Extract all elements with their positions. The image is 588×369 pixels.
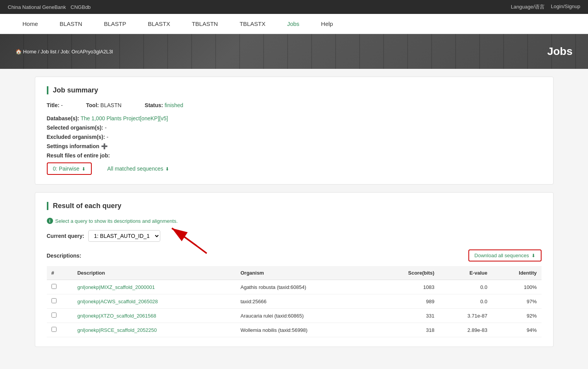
cell-organism: Araucaria rulei (taxid:60865) (236, 309, 374, 323)
cell-organism: Wollemia nobilis (taxid:56998) (236, 323, 374, 337)
query-results-card: Result of each query i Select a query to… (35, 192, 554, 347)
cell-evalue: 0.0 (439, 294, 492, 309)
table-row: gnl|onekp|MIXZ_scaffold_2000001 Agathis … (47, 280, 542, 294)
table-row: gnl|onekp|ACWS_scaffold_2065028 taxid:25… (47, 294, 542, 309)
nav-help[interactable]: Help (310, 14, 344, 34)
nav-blastx[interactable]: BLASTX (137, 14, 181, 34)
result-files-label: Result files of entire job: (47, 152, 542, 159)
all-matched-download-icon (165, 166, 169, 172)
col-description: Description (73, 266, 236, 280)
site-name: China National GeneBank (8, 4, 66, 10)
cell-score: 318 (374, 323, 439, 337)
query-row: Current query: 1: BLAST_AUTO_ID_1 (47, 230, 542, 242)
breadcrumb: 🏠 Home / Job list / Job: OrcAPryo3glA2L3… (15, 49, 113, 55)
job-summary-title: Job summary (47, 86, 542, 94)
cell-evalue: 0.0 (439, 280, 492, 294)
cell-description: gnl|onekp|ACWS_scaffold_2065028 (73, 294, 236, 309)
nav-jobs[interactable]: Jobs (276, 14, 310, 34)
description-link-2[interactable]: gnl|onekp|XTZO_scaffold_2061568 (77, 313, 156, 319)
row-checkbox-2[interactable] (51, 313, 57, 318)
cell-description: gnl|onekp|RSCE_scaffold_2052250 (73, 323, 236, 337)
settings-expand-icon[interactable]: ➕ (101, 143, 108, 149)
cell-checkbox (47, 294, 73, 309)
nav-tblastx[interactable]: TBLASTX (229, 14, 276, 34)
cell-checkbox (47, 280, 73, 294)
job-databases-field: Database(s): The 1,000 Plants Project[on… (47, 115, 542, 121)
cell-evalue: 3.71e-87 (439, 309, 492, 323)
info-icon: i (47, 218, 53, 224)
row-checkbox-3[interactable] (51, 327, 57, 332)
result-files-row: 0: Pairwise All matched sequences (47, 162, 542, 175)
job-settings-field: Settings information ➕ (47, 143, 542, 149)
main-content: Job summary Title: - Tool: BLASTN Status… (23, 69, 565, 362)
hero-banner: 🏠 Home / Job list / Job: OrcAPryo3glA2L3… (0, 34, 588, 69)
description-link-1[interactable]: gnl|onekp|ACWS_scaffold_2065028 (77, 299, 158, 304)
cell-score: 989 (374, 294, 439, 309)
navbar: Home BLASTN BLASTP BLASTX TBLASTN TBLAST… (0, 14, 588, 34)
job-excluded-organisms-field: Excluded organism(s): - (47, 134, 542, 140)
desc-header-row: Descriptions: Download all sequences (47, 249, 542, 261)
job-summary-card: Job summary Title: - Tool: BLASTN Status… (35, 77, 554, 184)
topbar: China National GeneBank CNGBdb Language/… (0, 0, 588, 14)
cell-score: 331 (374, 309, 439, 323)
job-tool-field: Tool: BLASTN (86, 102, 122, 108)
table-row: gnl|onekp|XTZO_scaffold_2061568 Araucari… (47, 309, 542, 323)
download-all-icon (531, 253, 535, 258)
nav-tblastn[interactable]: TBLASTN (181, 14, 229, 34)
current-query-select[interactable]: 1: BLAST_AUTO_ID_1 (88, 230, 160, 242)
cell-organism: Agathis robusta (taxid:60854) (236, 280, 374, 294)
col-identity: Identity (492, 266, 542, 280)
cell-checkbox (47, 309, 73, 323)
job-title-field: Title: - (47, 102, 63, 108)
row-checkbox-1[interactable] (51, 298, 57, 303)
description-link-0[interactable]: gnl|onekp|MIXZ_scaffold_2000001 (77, 284, 155, 290)
col-evalue: E-value (439, 266, 492, 280)
info-row: i Select a query to show its description… (47, 218, 542, 224)
cell-description: gnl|onekp|XTZO_scaffold_2061568 (73, 309, 236, 323)
nav-blastn[interactable]: BLASTN (49, 14, 93, 34)
cell-identity: 97% (492, 294, 542, 309)
login-link[interactable]: Login/Signup (551, 3, 580, 10)
table-row: gnl|onekp|RSCE_scaffold_2052250 Wollemia… (47, 323, 542, 337)
job-selected-organisms-field: Selected organism(s): - (47, 125, 542, 131)
pairwise-button[interactable]: 0: Pairwise (47, 162, 92, 175)
col-score: Score(bits) (374, 266, 439, 280)
cell-evalue: 2.89e-83 (439, 323, 492, 337)
nav-blastp[interactable]: BLASTP (93, 14, 137, 34)
cell-score: 1083 (374, 280, 439, 294)
col-organism: Organism (236, 266, 374, 280)
pairwise-download-icon (82, 166, 86, 172)
cell-description: gnl|onekp|MIXZ_scaffold_2000001 (73, 280, 236, 294)
language-link[interactable]: Language/语言 (511, 3, 545, 10)
nav-home[interactable]: Home (12, 14, 49, 34)
job-status-field: Status: finished (145, 102, 183, 108)
row-checkbox-0[interactable] (51, 284, 57, 289)
db-name: CNGBdb (70, 4, 91, 10)
cell-organism: taxid:25666 (236, 294, 374, 309)
col-num: # (47, 266, 73, 280)
cell-identity: 92% (492, 309, 542, 323)
cell-identity: 94% (492, 323, 542, 337)
table-header-row: # Description Organism Score(bits) E-val… (47, 266, 542, 280)
download-all-sequences-button[interactable]: Download all sequences (468, 249, 542, 261)
cell-identity: 100% (492, 280, 542, 294)
description-link-3[interactable]: gnl|onekp|RSCE_scaffold_2052250 (77, 327, 157, 333)
hero-title: Jobs (547, 45, 573, 58)
query-results-title: Result of each query (47, 202, 542, 210)
results-table: # Description Organism Score(bits) E-val… (47, 266, 542, 337)
cell-checkbox (47, 323, 73, 337)
all-matched-sequences-link[interactable]: All matched sequences (107, 166, 169, 172)
